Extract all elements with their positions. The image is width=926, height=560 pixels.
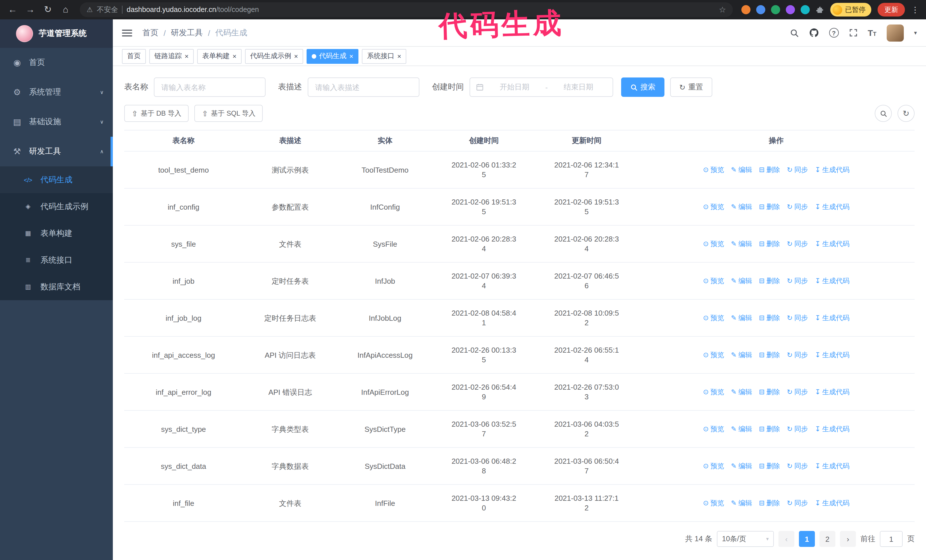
delete-link[interactable]: ⊟删除: [759, 461, 780, 471]
address-bar[interactable]: ⚠ 不安全 dashboard.yudao.iocoder.cn/tool/co…: [80, 2, 733, 17]
tab-form-builder[interactable]: 表单构建×: [197, 49, 242, 63]
delete-link[interactable]: ⊟删除: [759, 165, 780, 175]
edit-link[interactable]: ✎编辑: [731, 202, 752, 211]
toggle-search-button[interactable]: [875, 105, 892, 122]
delete-link[interactable]: ⊟删除: [759, 424, 780, 434]
app-logo[interactable]: 芋道管理系统: [0, 20, 113, 48]
sidebar-item-form-builder[interactable]: ▦ 表单构建: [0, 220, 113, 247]
edit-link[interactable]: ✎编辑: [731, 165, 752, 175]
sync-link[interactable]: ↻同步: [787, 202, 808, 211]
sidebar-item-infra[interactable]: ▤ 基础设施 ∨: [0, 107, 113, 137]
delete-link[interactable]: ⊟删除: [759, 313, 780, 323]
import-sql-button[interactable]: ⇧ 基于 SQL 导入: [195, 105, 263, 122]
import-db-button[interactable]: ⇧ 基于 DB 导入: [124, 105, 189, 122]
fullscreen-icon[interactable]: [849, 29, 857, 37]
font-size-icon[interactable]: TT: [868, 28, 876, 38]
sidebar-item-home[interactable]: ◉ 首页: [0, 48, 113, 77]
refresh-table-button[interactable]: ↻: [897, 105, 915, 122]
sync-link[interactable]: ↻同步: [787, 387, 808, 397]
sidebar-item-db-doc[interactable]: ▥ 数据库文档: [0, 273, 113, 300]
generate-code-link[interactable]: ↧生成代码: [815, 387, 850, 397]
delete-link[interactable]: ⊟删除: [759, 239, 780, 249]
home-icon[interactable]: ⌂: [60, 5, 71, 14]
profile-paused-badge[interactable]: 已暂停: [830, 3, 871, 17]
extensions-puzzle-icon[interactable]: [816, 5, 824, 14]
breadcrumb-devtools[interactable]: 研发工具: [171, 28, 203, 38]
goto-page-input[interactable]: [880, 531, 903, 547]
close-icon[interactable]: ×: [185, 53, 189, 60]
generate-code-link[interactable]: ↧生成代码: [815, 461, 850, 471]
date-range-picker[interactable]: 开始日期 - 结束日期: [469, 77, 613, 97]
user-avatar[interactable]: [887, 24, 904, 41]
table-desc-input[interactable]: [308, 77, 419, 97]
preview-link[interactable]: ⊙预览: [703, 202, 724, 211]
edit-link[interactable]: ✎编辑: [731, 387, 752, 397]
next-page-button[interactable]: ›: [840, 531, 856, 547]
sync-link[interactable]: ↻同步: [787, 461, 808, 471]
sync-link[interactable]: ↻同步: [787, 276, 808, 286]
extension-icon[interactable]: [800, 5, 810, 14]
preview-link[interactable]: ⊙预览: [703, 387, 724, 397]
tab-tracing[interactable]: 链路追踪×: [149, 49, 194, 63]
page-size-select[interactable]: 10条/页 ▾: [717, 531, 774, 547]
generate-code-link[interactable]: ↧生成代码: [815, 165, 850, 175]
preview-link[interactable]: ⊙预览: [703, 498, 724, 508]
delete-link[interactable]: ⊟删除: [759, 498, 780, 508]
reload-icon[interactable]: ↻: [42, 5, 54, 14]
delete-link[interactable]: ⊟删除: [759, 350, 780, 360]
start-date-placeholder[interactable]: 开始日期: [486, 82, 543, 92]
preview-link[interactable]: ⊙预览: [703, 313, 724, 323]
delete-link[interactable]: ⊟删除: [759, 202, 780, 211]
url-text[interactable]: dashboard.yudao.iocoder.cn/tool/codegen: [127, 6, 259, 14]
edit-link[interactable]: ✎编辑: [731, 350, 752, 360]
sync-link[interactable]: ↻同步: [787, 313, 808, 323]
sidebar-item-api[interactable]: ≣ 系统接口: [0, 247, 113, 273]
edit-link[interactable]: ✎编辑: [731, 424, 752, 434]
edit-link[interactable]: ✎编辑: [731, 239, 752, 249]
sidebar-item-codegen[interactable]: </> 代码生成: [0, 166, 113, 193]
sync-link[interactable]: ↻同步: [787, 498, 808, 508]
generate-code-link[interactable]: ↧生成代码: [815, 498, 850, 508]
extension-icon[interactable]: [771, 5, 780, 14]
sidebar-item-devtools[interactable]: ⚒ 研发工具 ∧: [0, 137, 113, 166]
generate-code-link[interactable]: ↧生成代码: [815, 202, 850, 211]
hamburger-icon[interactable]: [122, 29, 132, 36]
browser-menu-icon[interactable]: ⋮: [911, 5, 919, 14]
breadcrumb-home[interactable]: 首页: [142, 28, 159, 38]
tab-codegen[interactable]: 代码生成×: [307, 49, 359, 63]
sync-link[interactable]: ↻同步: [787, 350, 808, 360]
sync-link[interactable]: ↻同步: [787, 239, 808, 249]
table-name-input[interactable]: [154, 77, 266, 97]
search-button[interactable]: 搜索: [621, 77, 664, 97]
delete-link[interactable]: ⊟删除: [759, 276, 780, 286]
back-icon[interactable]: ←: [7, 5, 18, 14]
page-button-1[interactable]: 1: [799, 531, 815, 547]
edit-link[interactable]: ✎编辑: [731, 313, 752, 323]
bookmark-star-icon[interactable]: ☆: [719, 5, 726, 14]
preview-link[interactable]: ⊙预览: [703, 276, 724, 286]
github-icon[interactable]: [809, 28, 819, 38]
extension-icon[interactable]: [786, 5, 795, 14]
extension-icon[interactable]: [756, 5, 765, 14]
tab-codegen-demo[interactable]: 代码生成示例×: [245, 49, 303, 63]
generate-code-link[interactable]: ↧生成代码: [815, 239, 850, 249]
close-icon[interactable]: ×: [349, 53, 353, 60]
preview-link[interactable]: ⊙预览: [703, 239, 724, 249]
preview-link[interactable]: ⊙预览: [703, 165, 724, 175]
help-icon[interactable]: ?: [829, 28, 838, 38]
delete-link[interactable]: ⊟删除: [759, 387, 780, 397]
end-date-placeholder[interactable]: 结束日期: [550, 82, 607, 92]
close-icon[interactable]: ×: [294, 53, 298, 60]
close-icon[interactable]: ×: [397, 53, 401, 60]
page-button-2[interactable]: 2: [819, 531, 835, 547]
sidebar-item-system[interactable]: ⚙ 系统管理 ∨: [0, 77, 113, 107]
extension-icon[interactable]: [741, 5, 750, 14]
preview-link[interactable]: ⊙预览: [703, 350, 724, 360]
generate-code-link[interactable]: ↧生成代码: [815, 350, 850, 360]
sidebar-item-codegen-demo[interactable]: ◈ 代码生成示例: [0, 193, 113, 220]
sync-link[interactable]: ↻同步: [787, 424, 808, 434]
generate-code-link[interactable]: ↧生成代码: [815, 276, 850, 286]
generate-code-link[interactable]: ↧生成代码: [815, 424, 850, 434]
preview-link[interactable]: ⊙预览: [703, 461, 724, 471]
prev-page-button[interactable]: ‹: [778, 531, 794, 547]
